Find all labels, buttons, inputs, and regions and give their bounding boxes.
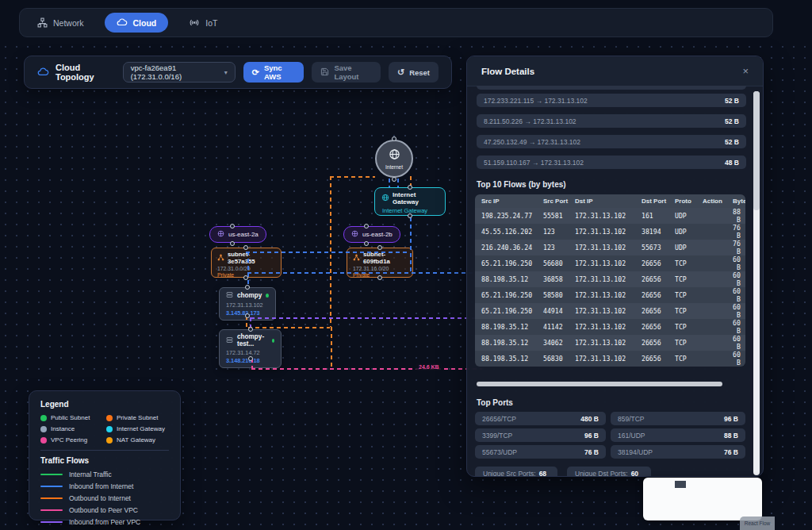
az-icon xyxy=(217,230,224,239)
legend-color-dot xyxy=(106,437,113,444)
port-label: 3399/TCP xyxy=(482,432,512,440)
cloud-topology-toolbar: Cloud Topology vpc-fa26ea91 (172.31.0.0/… xyxy=(24,56,452,89)
chevron-down-icon: ▾ xyxy=(224,69,228,76)
subnet-node-cidr: 172.31.16.0/20 xyxy=(353,266,407,271)
save-icon xyxy=(320,67,329,78)
legend-flow-types: Internal Traffic Inbound from Internet O… xyxy=(40,470,169,526)
table-row: 88.198.35.12 41142 172.31.13.102 26656 T… xyxy=(475,319,745,335)
cell-proto: UDP xyxy=(675,244,701,252)
subnet-icon xyxy=(353,254,360,263)
flow-row: 8.211.50.226 → 172.31.13.102 52 B xyxy=(477,114,746,128)
node-handle[interactable] xyxy=(392,136,396,141)
reset-button[interactable]: ↺ Reset xyxy=(389,62,439,83)
port-row: 859/TCP 96 B xyxy=(611,412,745,425)
cell-proto: TCP xyxy=(675,339,701,347)
legend-line-swatch xyxy=(40,521,63,524)
legend-line-swatch xyxy=(40,474,63,476)
nav-item-label: Network xyxy=(53,18,84,28)
cell-dst-port: 26656 xyxy=(642,307,673,315)
instance-node-chompy-test[interactable]: chompy-test... 172.31.14.72 3.148.216.18 xyxy=(219,329,282,368)
port-row: 161/UDP 88 B xyxy=(611,428,745,442)
reactflow-attribution: React Flow xyxy=(740,517,775,530)
flow-row: 51.159.110.167 → 172.31.13.102 48 B xyxy=(477,156,746,169)
legend-line-swatch xyxy=(40,497,63,500)
port-bytes: 480 B xyxy=(580,415,599,423)
unique-dst-ports: Unique Dst Ports: 60 xyxy=(567,467,651,477)
minimap[interactable] xyxy=(643,478,762,520)
flow-details-panel: Flow Details × 172.233.221.115 → 172.31.… xyxy=(466,56,764,477)
scrollbar-thumb[interactable] xyxy=(753,91,760,210)
cell-src-ip: 88.198.35.12 xyxy=(481,323,542,331)
cell-bytes: 60 B xyxy=(733,287,741,303)
cell-src-port: 34062 xyxy=(543,339,573,347)
node-handle[interactable] xyxy=(230,224,235,229)
nav-item-label: Cloud xyxy=(133,18,157,28)
sync-icon: ⟳ xyxy=(252,68,259,77)
node-handle[interactable] xyxy=(245,313,250,318)
cell-dst-ip: 172.31.13.102 xyxy=(575,323,640,331)
col-proto: Proto xyxy=(675,198,701,205)
node-handle[interactable] xyxy=(364,241,369,246)
node-handle[interactable] xyxy=(392,177,396,182)
status-dot-running xyxy=(272,339,274,343)
cell-proto: TCP xyxy=(675,275,701,283)
legend-flow-label: Internal Traffic xyxy=(69,470,112,478)
flow-bytes: 52 B xyxy=(725,138,739,146)
sync-aws-button[interactable]: ⟳ Sync AWS xyxy=(243,62,304,83)
edge-inbound-internet xyxy=(246,252,410,253)
subnet-node-cidr: 172.31.0.0/20 xyxy=(217,266,275,271)
nav-item-iot[interactable]: IoT xyxy=(189,17,217,28)
internet-node[interactable]: Internet xyxy=(375,140,413,178)
table-row: 65.21.196.250 44914 172.31.13.102 26656 … xyxy=(475,303,745,319)
node-handle[interactable] xyxy=(248,356,253,361)
subnet-icon xyxy=(217,254,224,263)
cell-src-ip: 65.21.196.250 xyxy=(481,259,542,267)
edge-inbound-internet xyxy=(397,179,399,187)
edge-outbound-internet xyxy=(248,327,330,328)
nav-item-cloud-active[interactable]: Cloud xyxy=(105,13,169,33)
cell-dst-port: 26656 xyxy=(642,275,673,283)
node-handle[interactable] xyxy=(377,275,382,280)
close-icon[interactable]: × xyxy=(742,66,749,76)
nav-item-network[interactable]: Network xyxy=(37,17,84,28)
internet-gateway-node[interactable]: Internet Gateway Internet Gateway xyxy=(374,187,446,216)
legend-item-label: NAT Gateway xyxy=(117,436,155,444)
cell-src-ip: 65.21.196.250 xyxy=(481,291,542,299)
port-row: 26656/TCP 480 B xyxy=(475,412,606,425)
horizontal-scrollbar[interactable] xyxy=(477,382,722,386)
save-layout-button[interactable]: Save Layout xyxy=(312,62,381,83)
port-row: 3399/TCP 96 B xyxy=(475,428,606,442)
col-dst-port: Dst Port xyxy=(642,198,673,205)
flow-row: 47.250.132.49 → 172.31.13.102 52 B xyxy=(477,135,746,148)
instance-private-ip: 172.31.13.102 xyxy=(226,301,269,309)
vertical-scrollbar[interactable] xyxy=(753,91,760,475)
node-handle[interactable] xyxy=(245,285,250,290)
cell-src-ip: 88.198.35.12 xyxy=(481,355,542,363)
node-handle[interactable] xyxy=(364,224,369,229)
cell-src-ip: 45.55.126.202 xyxy=(481,228,542,236)
cell-src-port: 56680 xyxy=(543,259,573,267)
table-row: 198.235.24.77 55581 172.31.13.102 161 UD… xyxy=(475,208,745,224)
cell-bytes: 60 B xyxy=(733,351,741,367)
table-row: 65.21.196.250 58580 172.31.13.102 26656 … xyxy=(475,287,745,303)
cell-proto: TCP xyxy=(675,259,701,267)
minimap-viewport-rect xyxy=(675,481,686,488)
node-handle[interactable] xyxy=(377,245,382,250)
unique-src-ports: Unique Src Ports: 68 xyxy=(475,467,557,477)
az-node-us-east-2a[interactable]: us-east-2a xyxy=(209,226,266,243)
node-handle[interactable] xyxy=(230,241,235,246)
cell-src-port: 123 xyxy=(543,244,573,252)
az-node-us-east-2b[interactable]: us-east-2b xyxy=(343,226,400,243)
instance-node-title: chompy xyxy=(237,292,262,299)
node-handle[interactable] xyxy=(248,327,253,332)
node-handle[interactable] xyxy=(243,275,248,280)
node-handle[interactable] xyxy=(408,185,412,190)
legend-color-dot xyxy=(106,426,113,432)
legend-flow-item: Internal Traffic xyxy=(40,470,169,478)
col-bytes: Bytes xyxy=(733,198,745,205)
vpc-select[interactable]: vpc-fa26ea91 (172.31.0.0/16) ▾ xyxy=(123,62,236,83)
az-node-label: us-east-2b xyxy=(362,231,393,238)
node-handle[interactable] xyxy=(243,245,248,250)
node-handle[interactable] xyxy=(408,213,412,218)
top-ports-heading: Top Ports xyxy=(477,398,513,407)
